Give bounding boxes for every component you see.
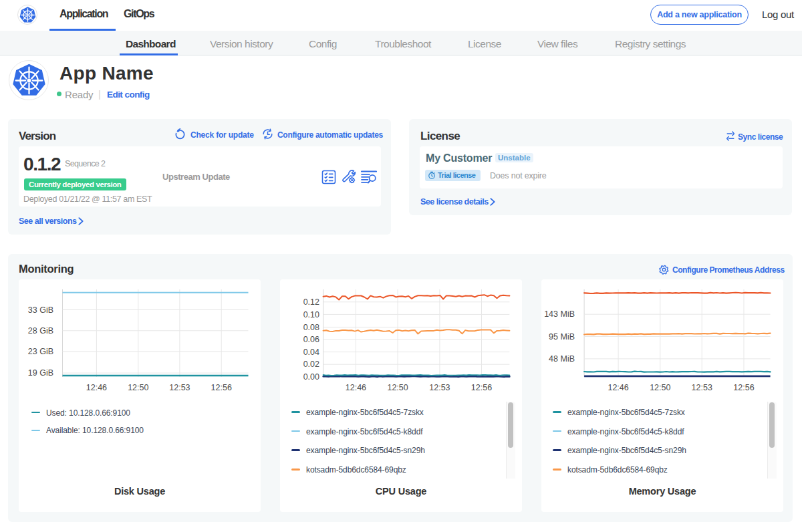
svg-text:0.06: 0.06 (303, 335, 319, 344)
svg-text:0.08: 0.08 (303, 323, 319, 332)
svg-text:12:50: 12:50 (650, 383, 670, 392)
svg-text:0.12: 0.12 (303, 297, 319, 307)
svg-text:95 MiB: 95 MiB (549, 332, 575, 342)
svg-text:12:56: 12:56 (733, 383, 754, 392)
svg-text:0.04: 0.04 (303, 348, 319, 357)
svg-text:12:46: 12:46 (608, 383, 628, 392)
svg-text:12:50: 12:50 (387, 383, 408, 392)
svg-text:12:50: 12:50 (128, 383, 148, 392)
svg-text:19 GiB: 19 GiB (28, 368, 53, 378)
svg-text:33 GiB: 33 GiB (28, 305, 53, 315)
svg-text:12:53: 12:53 (429, 383, 450, 392)
svg-text:0.10: 0.10 (303, 310, 319, 319)
svg-text:0.00: 0.00 (303, 372, 319, 382)
svg-text:12:56: 12:56 (211, 383, 232, 392)
svg-text:143 MiB: 143 MiB (544, 309, 575, 319)
svg-text:28 GiB: 28 GiB (28, 326, 53, 336)
svg-text:12:46: 12:46 (86, 383, 107, 392)
svg-text:12:53: 12:53 (692, 383, 712, 392)
svg-text:0.02: 0.02 (303, 360, 319, 369)
svg-text:12:46: 12:46 (346, 383, 366, 392)
svg-text:12:56: 12:56 (471, 383, 492, 392)
svg-text:12:53: 12:53 (169, 383, 190, 392)
svg-text:23 GiB: 23 GiB (28, 347, 53, 356)
svg-text:48 MiB: 48 MiB (549, 354, 575, 364)
